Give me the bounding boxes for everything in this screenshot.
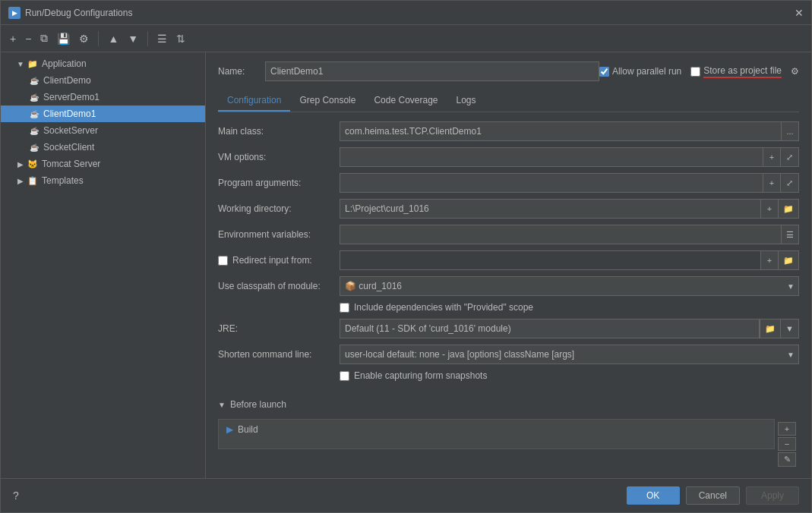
- redirect-add-button[interactable]: +: [760, 250, 779, 270]
- tree-item-client-demo1[interactable]: ☕ ClientDemo1: [1, 105, 205, 122]
- before-launch-arrow-icon[interactable]: ▼: [218, 401, 226, 409]
- store-project-checkbox[interactable]: [690, 67, 700, 77]
- toolbar-separator-1: [98, 31, 99, 46]
- allow-parallel-checkbox[interactable]: [599, 67, 609, 77]
- socket-client-label: SocketClient: [43, 142, 94, 153]
- before-launch-remove-button[interactable]: −: [778, 437, 796, 451]
- run-debug-dialog: ▶ Run/Debug Configurations ✕ + − ⧉ 💾 ⚙ ▲…: [0, 0, 812, 513]
- name-section: Name: Allow parallel run Store as projec…: [218, 61, 799, 81]
- tab-code-coverage[interactable]: Code Coverage: [365, 90, 447, 112]
- redirect-checkbox-group: Redirect input from:: [218, 255, 340, 266]
- remove-config-button[interactable]: −: [22, 31, 34, 46]
- dialog-title: Run/Debug Configurations: [25, 8, 132, 18]
- dialog-icon: ▶: [8, 7, 21, 19]
- enable-snapshots-label[interactable]: Enable capturing form snapshots: [354, 370, 487, 381]
- save-config-button[interactable]: 💾: [54, 31, 73, 46]
- tree-item-tomcat-server[interactable]: ▶ 🐱 Tomcat Server: [1, 156, 205, 172]
- tree-item-templates[interactable]: ▶ 📋 Templates: [1, 172, 205, 189]
- jre-select[interactable]: Default (11 - SDK of 'curd_1016' module): [340, 319, 760, 338]
- vm-options-expand-button[interactable]: ⤢: [781, 147, 799, 167]
- main-class-input-group: ...: [340, 121, 799, 141]
- application-folder-icon: 📁: [27, 58, 39, 70]
- classpath-select[interactable]: 📦 curd_1016: [340, 276, 799, 296]
- env-vars-input[interactable]: [340, 225, 781, 244]
- add-config-button[interactable]: +: [7, 31, 19, 46]
- name-input[interactable]: [265, 61, 599, 81]
- vm-options-input-group: + ⤢: [340, 147, 799, 167]
- main-class-row: Main class: ...: [218, 121, 799, 141]
- tomcat-icon: 🐱: [27, 158, 39, 170]
- include-deps-label[interactable]: Include dependencies with "Provided" sco…: [354, 302, 533, 313]
- cancel-button[interactable]: Cancel: [686, 486, 740, 505]
- redirect-input-group: + 📁: [340, 250, 799, 270]
- settings-config-button[interactable]: ⚙: [76, 31, 92, 46]
- before-launch-add-button[interactable]: +: [778, 422, 796, 436]
- program-args-input[interactable]: [340, 173, 763, 193]
- tree-item-server-demo1[interactable]: ☕ ServerDemo1: [1, 89, 205, 105]
- name-right: Allow parallel run Store as project file…: [599, 65, 799, 78]
- vm-options-add-button[interactable]: +: [763, 147, 781, 167]
- env-vars-table-button[interactable]: ☰: [781, 225, 799, 244]
- working-dir-input-group: + 📁: [340, 199, 799, 219]
- config-form: Main class: ... VM options: + ⤢: [218, 121, 799, 469]
- sort-button[interactable]: ⇅: [173, 31, 188, 46]
- move-down-button[interactable]: ▼: [125, 31, 141, 46]
- help-icon[interactable]: ?: [13, 489, 19, 502]
- main-content: ▼ 📁 Application ☕ ClientDemo ☕ ServerDem…: [1, 52, 811, 478]
- store-project-checkbox-item[interactable]: Store as project file: [690, 65, 782, 78]
- allow-parallel-label: Allow parallel run: [612, 66, 681, 77]
- enable-snapshots-row: Enable capturing form snapshots: [218, 370, 799, 381]
- working-dir-add-button[interactable]: +: [760, 199, 779, 219]
- title-bar-left: ▶ Run/Debug Configurations: [8, 7, 132, 19]
- main-class-input[interactable]: [340, 121, 781, 141]
- tab-configuration[interactable]: Configuration: [218, 90, 290, 112]
- templates-icon: 📋: [27, 175, 39, 187]
- before-launch-edit-button[interactable]: ✎: [778, 452, 796, 467]
- jre-dropdown-button[interactable]: ▼: [781, 319, 799, 338]
- templates-arrow-icon: ▶: [16, 176, 25, 185]
- tabs: Configuration Grep Console Code Coverage…: [218, 90, 799, 112]
- program-args-label: Program arguments:: [218, 178, 340, 188]
- move-up-button[interactable]: ▲: [105, 31, 122, 46]
- tab-grep-console[interactable]: Grep Console: [290, 90, 365, 112]
- close-button[interactable]: ✕: [795, 7, 804, 19]
- redirect-row: Redirect input from: + 📁: [218, 250, 799, 270]
- vm-options-label: VM options:: [218, 152, 340, 162]
- program-args-expand-button[interactable]: ⤢: [781, 173, 799, 193]
- include-deps-checkbox[interactable]: [340, 303, 349, 313]
- move-button[interactable]: ☰: [154, 31, 170, 46]
- ok-button[interactable]: OK: [627, 486, 680, 505]
- before-launch-row: ▶ Build + − ✎: [218, 419, 799, 469]
- build-label: Build: [238, 424, 258, 435]
- main-class-browse-button[interactable]: ...: [781, 121, 799, 141]
- build-item: ▶ Build: [219, 420, 774, 439]
- tree-item-socket-client[interactable]: ☕ SocketClient: [1, 139, 205, 156]
- apply-button[interactable]: Apply: [746, 486, 799, 505]
- tree-item-client-demo[interactable]: ☕ ClientDemo: [1, 72, 205, 89]
- store-settings-icon[interactable]: ⚙: [791, 66, 799, 77]
- socket-server-label: SocketServer: [43, 125, 98, 136]
- tab-logs[interactable]: Logs: [447, 90, 485, 112]
- name-left: Name:: [218, 61, 599, 81]
- redirect-folder-button[interactable]: 📁: [779, 250, 799, 270]
- tree-item-socket-server[interactable]: ☕ SocketServer: [1, 122, 205, 139]
- allow-parallel-checkbox-item[interactable]: Allow parallel run: [599, 66, 681, 77]
- tomcat-arrow-icon: ▶: [16, 159, 25, 168]
- tree-item-application[interactable]: ▼ 📁 Application: [1, 55, 205, 72]
- working-dir-folder-button[interactable]: 📁: [779, 199, 799, 219]
- redirect-checkbox[interactable]: [218, 256, 228, 266]
- redirect-input[interactable]: [340, 250, 760, 270]
- working-dir-row: Working directory: + 📁: [218, 199, 799, 219]
- shorten-cmd-select[interactable]: user-local default: none - java [options…: [340, 345, 799, 364]
- enable-snapshots-checkbox[interactable]: [340, 371, 349, 381]
- before-launch-title: Before launch: [230, 399, 286, 410]
- program-args-row: Program arguments: + ⤢: [218, 173, 799, 193]
- copy-config-button[interactable]: ⧉: [37, 30, 51, 46]
- classpath-row: Use classpath of module: 📦 curd_1016 ▼: [218, 276, 799, 296]
- working-dir-input[interactable]: [340, 199, 760, 219]
- bottom-bar: ? OK Cancel Apply: [1, 478, 811, 512]
- jre-folder-button[interactable]: 📁: [760, 319, 781, 338]
- program-args-add-button[interactable]: +: [763, 173, 781, 193]
- vm-options-input[interactable]: [340, 147, 763, 167]
- right-panel: Name: Allow parallel run Store as projec…: [206, 52, 811, 478]
